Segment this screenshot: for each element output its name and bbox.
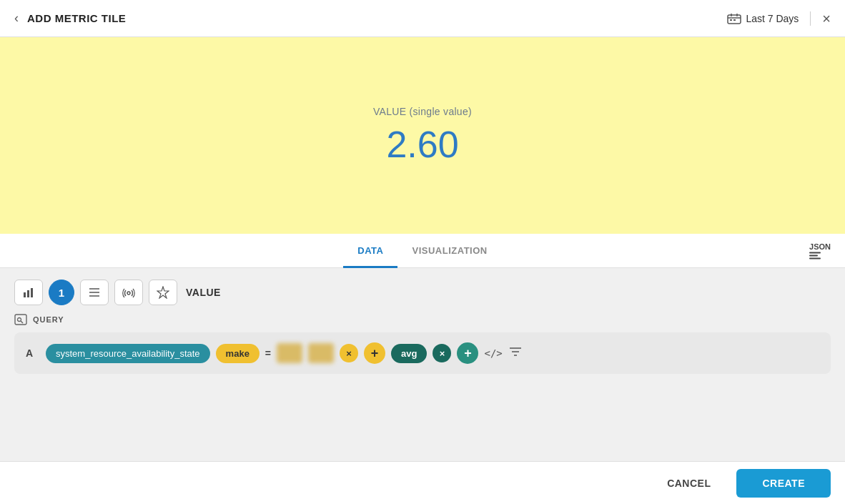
json-line-3 [809, 257, 821, 259]
query-row-container: A system_resource_availability_state mak… [14, 332, 831, 374]
create-button[interactable]: CREATE [736, 469, 831, 498]
header-divider [810, 11, 811, 26]
viz-signal-button[interactable] [114, 280, 143, 305]
json-lines-icon [809, 252, 831, 259]
close-button[interactable]: × [822, 11, 831, 26]
query-header: QUERY [14, 314, 831, 325]
header-left: ‹ ADD METRIC TILE [14, 11, 126, 26]
make-add-button[interactable]: + [364, 342, 385, 364]
avg-pill[interactable]: avg [391, 344, 427, 363]
preview-label: VALUE (single value) [373, 106, 472, 117]
viz-star-button[interactable] [149, 280, 177, 305]
query-label: QUERY [33, 315, 64, 324]
svg-point-15 [18, 318, 21, 322]
json-line-1 [809, 252, 821, 253]
query-section: QUERY A system_resource_availability_sta… [14, 314, 831, 374]
query-row-a: A system_resource_availability_state mak… [26, 342, 819, 364]
query-icon [14, 314, 27, 325]
tabs-area: DATA VISUALIZATION JSON [0, 234, 845, 268]
footer: CANCEL CREATE [0, 461, 845, 504]
tabs-group: DATA VISUALIZATION [14, 234, 831, 267]
page-title: ADD METRIC TILE [27, 12, 126, 24]
calendar-icon [727, 13, 741, 24]
json-label: JSON [809, 242, 831, 250]
filter-button[interactable] [508, 346, 523, 360]
svg-rect-6 [24, 292, 26, 297]
svg-point-12 [127, 292, 130, 295]
viz-bar-button[interactable] [14, 280, 43, 305]
svg-rect-5 [733, 19, 736, 21]
preview-area: VALUE (single value) 2.60 [0, 37, 845, 234]
header-right: Last 7 Days × [727, 11, 831, 26]
make-close-button[interactable]: × [340, 344, 358, 362]
viz-type-row: 1 VALUE [14, 280, 831, 305]
viz-current-label: VALUE [186, 287, 221, 298]
content-area: 1 VALUE [0, 268, 845, 461]
make-pill[interactable]: make [216, 344, 260, 363]
preview-value: 2.60 [386, 123, 458, 166]
blurred-value-1 [277, 343, 302, 363]
metric-pill[interactable]: system_resource_availability_state [46, 344, 210, 363]
svg-marker-13 [157, 287, 169, 298]
code-button[interactable]: </> [484, 347, 502, 359]
back-button[interactable]: ‹ [14, 11, 19, 26]
equals-operator: = [265, 347, 271, 359]
header: ‹ ADD METRIC TILE Last 7 Days × [0, 0, 845, 37]
viz-number-button[interactable]: 1 [49, 280, 74, 305]
json-line-2 [809, 255, 818, 256]
svg-line-16 [21, 321, 23, 323]
last-days-label: Last 7 Days [746, 13, 799, 24]
svg-rect-4 [730, 19, 732, 21]
avg-close-button[interactable]: × [433, 344, 451, 362]
avg-add-button[interactable]: + [457, 342, 478, 364]
svg-rect-8 [31, 288, 33, 297]
last-days-button[interactable]: Last 7 Days [727, 13, 799, 24]
tab-visualization[interactable]: VISUALIZATION [397, 234, 501, 268]
json-button[interactable]: JSON [809, 242, 831, 259]
row-letter: A [26, 347, 40, 359]
blurred-value-2 [308, 343, 334, 363]
cancel-button[interactable]: CANCEL [653, 470, 725, 496]
tab-data[interactable]: DATA [343, 234, 397, 268]
viz-list-button[interactable] [80, 280, 109, 305]
svg-rect-7 [27, 290, 29, 297]
